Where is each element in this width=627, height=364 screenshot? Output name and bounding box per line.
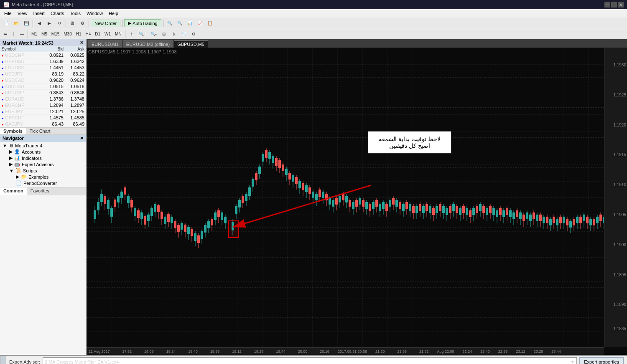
- svg-rect-69: [191, 229, 193, 236]
- period-w1[interactable]: W1: [103, 30, 112, 38]
- market-row-eurchf[interactable]: ● EURCHF 1.2894 1.2897: [0, 102, 86, 109]
- grid-btn[interactable]: ⊞: [159, 30, 168, 39]
- new-chart-btn[interactable]: 📄: [2, 19, 11, 28]
- svg-rect-190: [395, 200, 398, 207]
- market-row-audusd[interactable]: ● AUDUSD 1.0515 1.0518: [0, 83, 86, 90]
- nav-scripts[interactable]: ▼ 📜 Scripts: [8, 167, 85, 174]
- svg-rect-250: [496, 210, 498, 217]
- market-row-usdjpy[interactable]: ● USDJPY 83.19 83.22: [0, 71, 86, 77]
- market-row-cadjpy[interactable]: ● CADJPY 86.43 86.49: [0, 121, 86, 127]
- period-m5[interactable]: M5: [40, 30, 49, 38]
- menu-tools[interactable]: Tools: [67, 10, 83, 17]
- period-mn[interactable]: MN: [113, 30, 123, 38]
- zoom-out2-btn[interactable]: 🔍-: [149, 30, 158, 39]
- nav-examples[interactable]: ▶ 📁 Examples: [14, 174, 85, 180]
- maximize-button[interactable]: □: [611, 2, 617, 8]
- period-m15[interactable]: M15: [50, 30, 61, 38]
- print-btn[interactable]: 🖶: [68, 19, 77, 28]
- navigator-close-icon[interactable]: ✕: [80, 136, 84, 141]
- minimize-button[interactable]: ─: [604, 2, 610, 8]
- market-row-gbpusd[interactable]: ● GBPUSD 1.6339 1.6342: [0, 58, 86, 65]
- market-row-eurusd[interactable]: ● EURUSD 1.4451 1.4453: [0, 65, 86, 71]
- svg-rect-174: [369, 204, 371, 211]
- svg-rect-176: [372, 202, 375, 209]
- nav-root[interactable]: ▼ 🖥 MetaTrader 4: [1, 143, 85, 149]
- save-btn[interactable]: 💾: [22, 19, 31, 28]
- nav-period-converter[interactable]: 📄 PeriodConverter: [14, 180, 85, 186]
- templates-btn[interactable]: 📋: [205, 19, 214, 28]
- period-btn-line[interactable]: |: [10, 30, 18, 38]
- zoom-in2-btn[interactable]: 🔍+: [137, 30, 148, 39]
- svg-rect-160: [345, 196, 348, 202]
- period-btn-dash[interactable]: —: [18, 30, 26, 38]
- chart-settings-btn[interactable]: ⚙: [189, 30, 199, 39]
- chart-tab-eurusd-m2[interactable]: EURUSD,M2 (offline): [123, 40, 173, 48]
- tab-favorites[interactable]: Favorites: [27, 187, 53, 195]
- new-order-button[interactable]: New Order: [91, 20, 120, 27]
- indicators-btn[interactable]: 📈: [195, 19, 204, 28]
- ea-dropdown[interactable]: 2 MA Crosses Mega filter EA V1.ex4 ▼: [43, 357, 577, 364]
- refresh-btn[interactable]: ↻: [55, 19, 64, 28]
- menu-insert[interactable]: Insert: [31, 10, 47, 17]
- open-btn[interactable]: 📂: [12, 19, 21, 28]
- autotrading-button[interactable]: ▶ AutoTrading: [124, 19, 161, 27]
- menu-charts[interactable]: Charts: [48, 10, 66, 17]
- period-h4[interactable]: H4: [84, 30, 93, 38]
- svg-rect-188: [392, 198, 395, 205]
- candle-btn[interactable]: 🕯: [169, 30, 178, 39]
- svg-rect-39: [140, 212, 143, 219]
- nav-accounts[interactable]: ▶ 👤 Accounts: [8, 149, 85, 155]
- market-row-usdchf[interactable]: ● USDCHF 0.8921 0.8925: [0, 52, 86, 58]
- svg-rect-41: [144, 216, 146, 225]
- svg-rect-246: [489, 206, 492, 213]
- chart-tab-gbpusd-m5[interactable]: GBPUSD,M5: [174, 40, 208, 48]
- period-m1[interactable]: M1: [30, 30, 39, 38]
- tab-tick-chart[interactable]: Tick Chart: [26, 128, 54, 134]
- market-row-eurgbp[interactable]: ● EURGBP 0.8843 0.8846: [0, 90, 86, 96]
- props-btn[interactable]: ⚙: [78, 19, 87, 28]
- chart-tab-eurusd-m1[interactable]: EURUSD,M1: [88, 40, 122, 48]
- fwd-btn[interactable]: ▶: [45, 19, 54, 28]
- close-button[interactable]: ✕: [618, 2, 624, 8]
- svg-rect-108: [258, 167, 261, 174]
- svg-rect-274: [536, 215, 538, 221]
- svg-rect-220: [446, 208, 448, 215]
- svg-rect-128: [292, 175, 294, 182]
- svg-rect-23: [114, 200, 116, 207]
- nav-indicators[interactable]: ▶ 📊 Indicators: [8, 155, 85, 161]
- market-row-gbpchf[interactable]: ● GBPCHF 1.4575 1.4585: [0, 115, 86, 121]
- app-icon: 📈: [3, 2, 9, 8]
- menu-view[interactable]: View: [15, 10, 30, 17]
- menu-window[interactable]: Window: [84, 10, 105, 17]
- market-watch-columns: Symbol Bid Ask: [0, 46, 86, 52]
- back-btn[interactable]: ◀: [35, 19, 44, 28]
- chart-container[interactable]: GBPUSD,M5 1.1907 1.1908 1.1907 1.1908: [87, 48, 627, 355]
- market-row-euraud[interactable]: ● EURAUD 1.3736 1.3748: [0, 96, 86, 102]
- market-row-eurjpy[interactable]: ● EURJPY 120.21 120.25: [0, 109, 86, 115]
- tab-common[interactable]: Common: [0, 187, 27, 195]
- nav-expert-advisors[interactable]: ▶ 🤖 Expert Advisors: [8, 161, 85, 167]
- period-btn-left[interactable]: ⬅: [2, 30, 9, 38]
- svg-rect-73: [197, 235, 200, 243]
- market-row-usdcad[interactable]: ● USDCAD 0.9620 0.9624: [0, 77, 86, 83]
- zoom-out-btn[interactable]: 🔍: [175, 19, 184, 28]
- expert-props-button[interactable]: Expert properties: [579, 357, 624, 364]
- chart-type-btn[interactable]: 📊: [185, 19, 194, 28]
- crosshair-btn[interactable]: ✛: [127, 30, 136, 39]
- period-d1[interactable]: D1: [93, 30, 102, 38]
- period-h1[interactable]: H1: [74, 30, 83, 38]
- svg-rect-124: [285, 169, 288, 175]
- svg-rect-94: [235, 206, 237, 214]
- menu-bar: File View Insert Charts Tools Window Hel…: [0, 9, 627, 18]
- period-m30[interactable]: M30: [62, 30, 73, 38]
- tab-symbols[interactable]: Symbols: [0, 128, 26, 134]
- market-watch-close-icon[interactable]: ✕: [80, 40, 84, 46]
- menu-help[interactable]: Help: [106, 10, 121, 17]
- menu-file[interactable]: File: [2, 10, 14, 17]
- svg-rect-136: [305, 185, 308, 192]
- svg-rect-126: [288, 173, 291, 179]
- zoom-in-btn[interactable]: 🔍: [165, 19, 174, 28]
- svg-rect-248: [492, 208, 495, 215]
- svg-rect-254: [502, 210, 505, 217]
- indicators2-btn[interactable]: 📉: [179, 30, 189, 39]
